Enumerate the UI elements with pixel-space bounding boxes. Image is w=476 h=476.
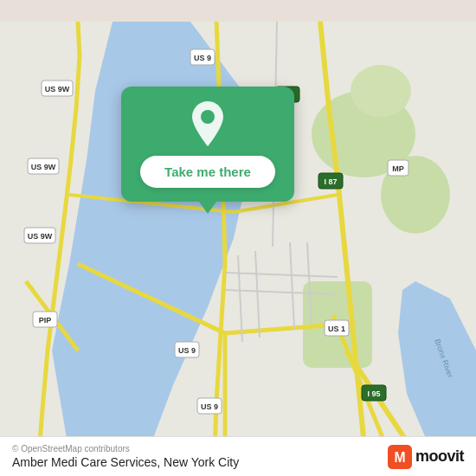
- osm-attribution: © OpenStreetMap contributors: [12, 444, 239, 453]
- location-pin-icon: [189, 101, 227, 146]
- svg-text:US 9W: US 9W: [31, 163, 56, 171]
- svg-text:I 95: I 95: [367, 389, 380, 398]
- location-icon-wrapper: [186, 102, 229, 145]
- map-background: US 9W US 9W US 9W US 9 US 9 US 9 I 87 I …: [0, 0, 476, 476]
- svg-text:PIP: PIP: [39, 316, 52, 325]
- svg-text:US 9: US 9: [201, 402, 218, 411]
- map-container: US 9W US 9W US 9W US 9 US 9 US 9 I 87 I …: [0, 0, 476, 476]
- svg-text:M: M: [394, 450, 405, 465]
- bottom-bar: © OpenStreetMap contributors Amber Medi …: [0, 436, 476, 476]
- svg-text:US 9W: US 9W: [28, 232, 53, 241]
- moovit-text: moovit: [415, 447, 464, 466]
- svg-point-47: [201, 110, 215, 124]
- svg-text:US 9: US 9: [194, 54, 211, 62]
- location-name: Amber Medi Care Services, New York City: [12, 455, 239, 469]
- moovit-icon: M: [388, 445, 412, 469]
- popup-card: Take me there: [121, 87, 294, 202]
- svg-text:MP: MP: [392, 164, 404, 173]
- svg-text:US 9: US 9: [178, 346, 196, 355]
- moovit-logo: M moovit: [388, 445, 464, 469]
- take-me-there-button[interactable]: Take me there: [140, 156, 275, 188]
- svg-text:US 9W: US 9W: [45, 85, 70, 93]
- svg-text:US 1: US 1: [328, 325, 345, 333]
- svg-text:I 87: I 87: [324, 177, 337, 186]
- location-info: © OpenStreetMap contributors Amber Medi …: [12, 444, 239, 469]
- svg-point-5: [351, 65, 411, 117]
